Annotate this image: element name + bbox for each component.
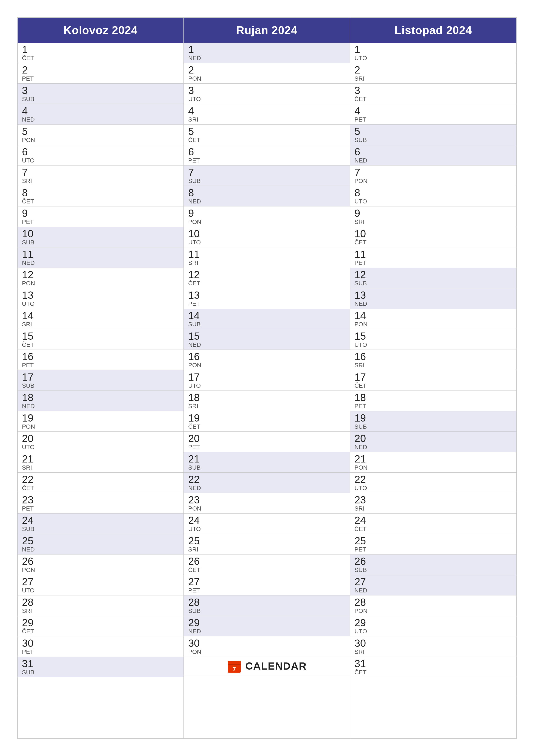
day-name: SUB <box>354 424 372 430</box>
day-info: 3ČET <box>354 85 372 102</box>
day-row: 24UTO <box>184 514 350 534</box>
day-info: 16PET <box>22 351 39 368</box>
day-info: 17UTO <box>188 372 205 389</box>
day-row: 9SRI <box>350 206 516 227</box>
day-info: 19SUB <box>354 413 372 430</box>
month-header-0: Kolovoz 2024 <box>18 18 184 43</box>
day-info: 22ČET <box>22 474 39 491</box>
day-row: 20PET <box>184 432 350 452</box>
day-info: 11NED <box>22 249 39 266</box>
day-number: 24 <box>354 515 372 526</box>
day-number: 2 <box>22 65 39 75</box>
day-name: SRI <box>188 547 205 553</box>
day-row: 14SRI <box>18 309 184 329</box>
day-name: SRI <box>354 649 372 655</box>
day-name: NED <box>354 301 372 307</box>
day-row: 24ČET <box>350 514 516 534</box>
day-number: 23 <box>188 495 205 505</box>
day-row: 10SUB <box>18 227 184 247</box>
day-info: 18PET <box>354 392 372 409</box>
day-row: 4PET <box>350 104 516 124</box>
day-number: 21 <box>188 454 205 464</box>
day-row: 30SRI <box>350 636 516 657</box>
day-row: 8NED <box>184 186 350 206</box>
day-info: 31ČET <box>354 659 372 675</box>
day-number: 19 <box>22 413 39 423</box>
day-row: 27PET <box>184 575 350 595</box>
day-row: 22NED <box>184 472 350 493</box>
day-info: 24ČET <box>354 515 372 532</box>
day-name: ČET <box>188 424 205 430</box>
day-info: 18NED <box>22 392 39 409</box>
day-row: 20NED <box>350 432 516 452</box>
day-number: 11 <box>354 249 372 259</box>
day-info: 14SUB <box>188 310 205 327</box>
day-row: 28SRI <box>18 595 184 616</box>
day-name: SRI <box>22 608 39 614</box>
day-info: 4SRI <box>188 106 205 122</box>
day-info: 9SRI <box>354 208 372 225</box>
day-name: SRI <box>188 117 205 122</box>
day-number: 14 <box>22 310 39 321</box>
day-info: 20PET <box>188 433 205 450</box>
day-number: 16 <box>22 351 39 362</box>
day-name: UTO <box>354 55 372 61</box>
day-name: ČET <box>22 199 39 204</box>
day-name: NED <box>188 485 205 491</box>
day-info: 28PON <box>354 597 372 614</box>
day-number: 26 <box>188 556 205 567</box>
day-number: 12 <box>354 270 372 280</box>
day-number: 21 <box>354 454 372 464</box>
day-row: 11NED <box>18 247 184 268</box>
day-name: UTO <box>354 199 372 204</box>
day-row: 18PET <box>350 391 516 411</box>
day-row: 13UTO <box>18 288 184 309</box>
day-number: 13 <box>188 290 205 300</box>
day-row: 30PET <box>18 636 184 657</box>
day-row: 12ČET <box>184 268 350 288</box>
day-name: NED <box>354 587 372 594</box>
day-row: 3UTO <box>184 84 350 104</box>
day-number: 18 <box>188 392 205 403</box>
day-name: PET <box>22 505 39 512</box>
day-info: 7SUB <box>188 167 205 184</box>
svg-text:7: 7 <box>233 666 236 672</box>
day-name: NED <box>188 199 205 204</box>
day-name: SUB <box>354 281 372 286</box>
day-info: 25PET <box>354 536 372 553</box>
day-info: 9PET <box>22 208 39 225</box>
day-number: 1 <box>188 44 205 55</box>
day-row: 3SUB <box>18 84 184 104</box>
day-number: 16 <box>188 351 205 362</box>
day-info: 19ČET <box>188 413 205 430</box>
day-info: 29ČET <box>22 618 39 634</box>
day-number: 17 <box>188 372 205 382</box>
day-row: 15UTO <box>350 329 516 350</box>
day-row: 22ČET <box>18 472 184 493</box>
day-row: 29NED <box>184 616 350 636</box>
day-row: 13NED <box>350 288 516 309</box>
day-info: 22UTO <box>354 474 372 491</box>
empty-row <box>18 677 184 696</box>
day-info: 6PET <box>188 147 205 164</box>
day-name: PET <box>354 117 372 122</box>
day-number: 10 <box>354 229 372 239</box>
day-number: 28 <box>354 597 372 608</box>
calendar-grid: Kolovoz 20241ČET2PET3SUB4NED5PON6UTO7SRI… <box>17 17 517 739</box>
day-number: 18 <box>22 392 39 403</box>
day-row: 12SUB <box>350 268 516 288</box>
day-row: 26SUB <box>350 554 516 575</box>
day-number: 27 <box>22 577 39 587</box>
day-number: 13 <box>22 290 39 300</box>
day-number: 10 <box>188 229 205 239</box>
svg-rect-1 <box>228 661 241 664</box>
day-number: 9 <box>188 208 205 219</box>
day-info: 14PON <box>354 310 372 327</box>
day-info: 6UTO <box>22 147 39 164</box>
day-number: 2 <box>354 65 372 75</box>
day-info: 27PET <box>188 577 205 594</box>
day-name: PON <box>188 219 205 225</box>
day-row: 21PON <box>350 452 516 472</box>
day-info: 24UTO <box>188 515 205 532</box>
day-number: 19 <box>354 413 372 423</box>
